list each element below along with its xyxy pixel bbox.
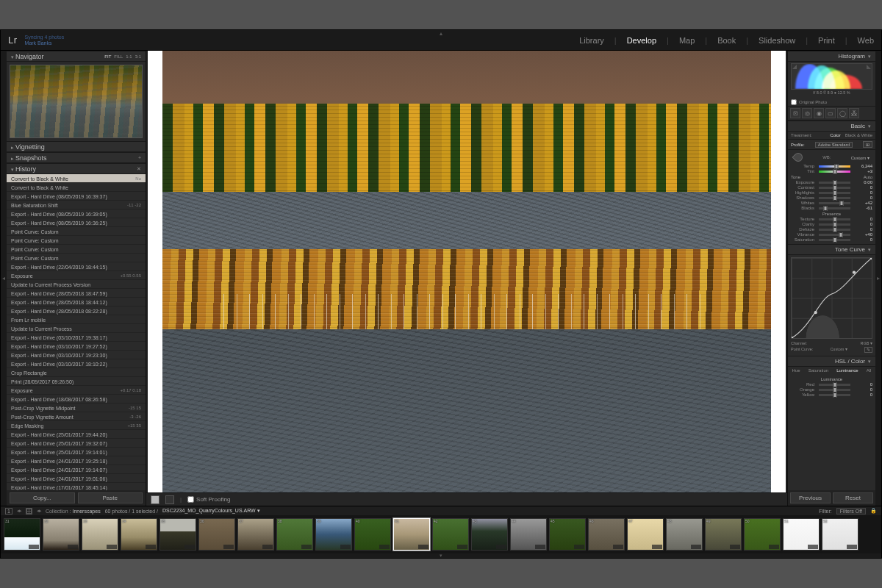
module-library[interactable]: Library	[579, 36, 604, 45]
redeye-tool-icon[interactable]: ◉	[814, 108, 824, 118]
vibrance-slider[interactable]	[819, 234, 850, 236]
copy-button[interactable]: Copy...	[10, 492, 75, 503]
history-step[interactable]: Export - Hard Drive (03/10/2017 19:27:52…	[7, 342, 146, 351]
history-step[interactable]: Post-Crop Vignette Amount-3 -26	[7, 412, 146, 421]
gradient-tool-icon[interactable]: ▭	[825, 108, 836, 118]
contrast-value[interactable]: 0	[855, 185, 872, 190]
hsl-tab-saturation[interactable]: Saturation	[808, 368, 828, 373]
filter-select[interactable]: Filters Off	[836, 508, 866, 514]
history-step[interactable]: Point Curve: Custom	[7, 236, 146, 245]
history-step[interactable]: Export - Hard Drive (28/05/2018 18:47:59…	[7, 289, 146, 298]
module-web[interactable]: Web	[858, 36, 874, 45]
hsl-tab-all[interactable]: All	[867, 368, 872, 373]
history-step[interactable]: Export - Hard Drive (08/05/2019 16:39:05…	[7, 209, 146, 218]
filmstrip-thumb[interactable]: 42	[432, 518, 469, 551]
orange-slider[interactable]	[819, 389, 850, 391]
temp-slider[interactable]	[819, 165, 850, 168]
history-step[interactable]: Print (28/09/2017 09:26:50)	[7, 377, 146, 386]
module-book[interactable]: Book	[717, 36, 736, 45]
hsl-tab-hue[interactable]: Hue	[792, 368, 800, 373]
snapshots-header[interactable]: ▸ Snapshots+	[7, 152, 146, 163]
history-step[interactable]: Export - Hard Drive (03/10/2017 19:38:17…	[7, 333, 146, 342]
filmstrip[interactable]: 3132333435363738394041424344454647484950…	[1, 515, 881, 553]
left-panel-toggle[interactable]: ◂	[1, 51, 7, 506]
filmstrip-thumb[interactable]: 47	[627, 518, 664, 551]
hsl-header[interactable]: HSL / Color▾	[788, 356, 875, 367]
yellow-value[interactable]: 0	[855, 392, 872, 397]
history-step[interactable]: Exposure+0.55 0.55	[7, 271, 146, 280]
filmstrip-thumb[interactable]: 32	[43, 518, 79, 551]
profile-browser-icon[interactable]: ⊞	[863, 141, 872, 148]
tone-curve-graph[interactable]	[791, 257, 872, 339]
blacks-slider[interactable]	[819, 207, 850, 209]
filmstrip-thumb[interactable]: 45	[549, 518, 586, 551]
before-after-icon[interactable]	[165, 495, 174, 504]
history-step[interactable]: Export - Hard Drive (28/05/2018 18:44:12…	[7, 298, 146, 306]
saturation-slider[interactable]	[819, 239, 850, 241]
navigator-thumbnail[interactable]	[10, 65, 143, 138]
original-photo-checkbox[interactable]	[791, 99, 797, 105]
history-step[interactable]: Export - Hard Drive (25/01/2017 19:14:01…	[7, 448, 146, 456]
zoom-1-1[interactable]: 1:1	[126, 54, 132, 59]
filmstrip-thumb[interactable]: 37	[237, 518, 274, 551]
history-step[interactable]: From Lr mobile	[7, 315, 146, 324]
history-step[interactable]: Point Curve: Custom	[7, 227, 146, 236]
soft-proofing-toggle[interactable]: Soft Proofing	[187, 496, 230, 503]
right-panel-toggle[interactable]: ▸	[875, 51, 881, 506]
filmstrip-thumb[interactable]: 50	[744, 518, 781, 551]
dehaze-slider[interactable]	[819, 229, 850, 231]
filmstrip-thumb[interactable]: 40	[354, 518, 391, 551]
user-block[interactable]: Syncing 4 photos Mark Banks	[25, 35, 65, 46]
history-step[interactable]: Export - Hard Drive (03/10/2017 19:23:30…	[7, 351, 146, 359]
saturation-value[interactable]: 0	[855, 237, 872, 242]
texture-slider[interactable]	[819, 218, 850, 220]
red-value[interactable]: 0	[855, 382, 872, 387]
second-monitor-icon[interactable]: 1	[5, 508, 12, 514]
filmstrip-thumb[interactable]: 39	[315, 518, 352, 551]
history-step[interactable]: Point Curve: Custom	[7, 254, 146, 262]
history-step[interactable]: Export - Hard Drive (28/05/2018 08:22:28…	[7, 306, 146, 315]
module-develop[interactable]: Develop	[627, 36, 656, 45]
history-step[interactable]: Export - Hard Drive (24/01/2017 19:01:06…	[7, 474, 146, 483]
history-step[interactable]: Update to Current Process Version	[7, 280, 146, 289]
paste-button[interactable]: Paste	[78, 492, 143, 503]
history-step[interactable]: Export - Hard Drive (22/04/2019 18:44:15…	[7, 262, 146, 271]
history-step[interactable]: Post-Crop Vignette Midpoint-15 15	[7, 404, 146, 412]
whites-slider[interactable]	[819, 202, 850, 204]
vignetting-header[interactable]: ▸ Vignetting	[7, 141, 146, 152]
navigator-header[interactable]: ▾ Navigator FITFILL1:13:1	[7, 51, 146, 62]
wb-select[interactable]: Custom ▾	[851, 155, 870, 160]
filmstrip-thumb[interactable]: 38	[276, 518, 313, 551]
history-step[interactable]: Point Curve: Custom	[7, 245, 146, 254]
curve-channel-select[interactable]: RGB ▾	[861, 341, 872, 345]
radial-tool-icon[interactable]: ◯	[837, 108, 847, 118]
filmstrip-thumb[interactable]: 35	[159, 518, 196, 551]
filmstrip-thumb[interactable]: 51	[783, 518, 820, 551]
zoom-3-1[interactable]: 3:1	[135, 54, 141, 59]
clarity-slider[interactable]	[819, 223, 850, 226]
history-step[interactable]: Convert to Black & WhiteNo	[7, 174, 146, 183]
histogram[interactable]	[791, 63, 872, 90]
filmstrip-thumb[interactable]: 43	[471, 518, 508, 551]
filter-lock-icon[interactable]: 🔒	[870, 508, 877, 514]
exposure-slider[interactable]	[819, 182, 850, 184]
grid-view-icon[interactable]	[26, 508, 32, 514]
filmstrip-thumb[interactable]: 36	[198, 518, 235, 551]
clarity-value[interactable]: 0	[855, 222, 872, 226]
filmstrip-thumb[interactable]: 49	[705, 518, 742, 551]
module-print[interactable]: Print	[818, 36, 835, 45]
profile-select[interactable]: Adobe Standard	[815, 142, 853, 148]
whites-value[interactable]: +42	[855, 201, 872, 205]
texture-value[interactable]: 0	[855, 217, 872, 221]
vibrance-value[interactable]: +40	[855, 232, 872, 237]
history-step[interactable]: Export - Hard Drive (08/05/2019 16:36:25…	[7, 218, 146, 227]
yellow-slider[interactable]	[819, 394, 850, 396]
history-step[interactable]: Exposure+0.17 0.18	[7, 386, 146, 395]
brush-tool-icon[interactable]: ⁂	[849, 108, 859, 118]
exposure-value[interactable]: 0.00	[855, 180, 872, 184]
orange-value[interactable]: 0	[855, 387, 872, 392]
loupe-view-icon[interactable]	[151, 495, 159, 504]
highlights-slider[interactable]	[819, 192, 850, 194]
history-step[interactable]: Export - Hard Drive (17/01/2017 18:45:14…	[7, 483, 146, 490]
filmstrip-thumb[interactable]: 52	[822, 518, 858, 551]
